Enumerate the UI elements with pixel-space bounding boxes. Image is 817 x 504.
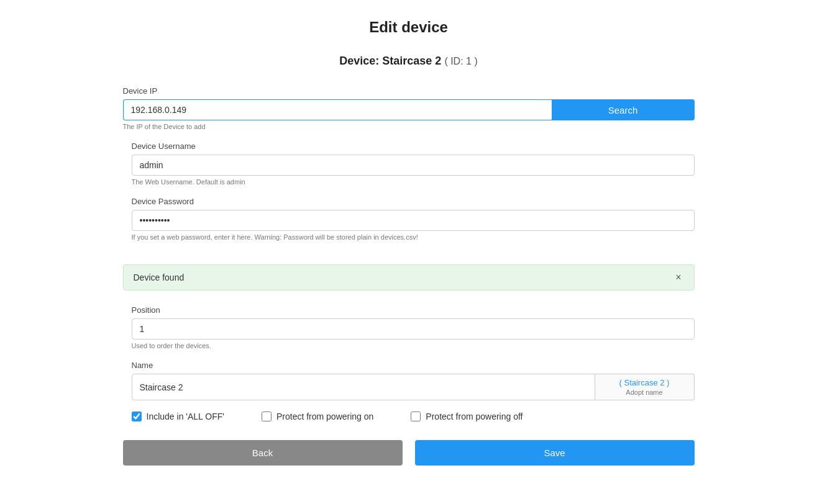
password-helper: If you set a web password, enter it here… <box>132 233 695 241</box>
page-title: Edit device <box>123 19 695 36</box>
alert-close-button[interactable]: × <box>673 272 683 282</box>
checkbox-all-off[interactable] <box>132 412 142 421</box>
password-section: Device Password If you set a web passwor… <box>123 197 695 241</box>
adopt-name-link[interactable]: ( Staircase 2 ) <box>619 378 670 387</box>
adopt-name-label: Adopt name <box>626 389 662 396</box>
name-label: Name <box>132 361 695 370</box>
device-ip-helper: The IP of the Device to add <box>123 123 695 130</box>
device-found-alert: Device found × <box>123 264 695 290</box>
password-label: Device Password <box>132 197 695 206</box>
username-helper: The Web Username. Default is admin <box>132 178 695 186</box>
position-input[interactable] <box>132 318 695 340</box>
device-ip-label: Device IP <box>123 86 695 96</box>
back-button[interactable]: Back <box>123 440 403 466</box>
username-section: Device Username admin The Web Username. … <box>123 142 695 186</box>
position-helper: Used to order the devices. <box>132 342 695 349</box>
checkbox-protect-off-item: Protect from powering off <box>411 412 523 421</box>
device-ip-input[interactable]: 192.168.0.149 <box>123 99 552 120</box>
username-input[interactable]: admin <box>132 155 695 176</box>
checkbox-protect-off-label[interactable]: Protect from powering off <box>426 412 523 421</box>
device-subtitle: Device: Staircase 2 ( ID: 1 ) <box>123 55 695 68</box>
checkbox-protect-on-item: Protect from powering on <box>262 412 373 421</box>
device-id-label: ( ID: 1 ) <box>444 56 477 66</box>
checkbox-protect-on[interactable] <box>262 412 272 421</box>
buttons-row: Back Save <box>123 440 695 466</box>
search-button[interactable]: Search <box>552 99 695 120</box>
position-label: Position <box>132 305 695 315</box>
save-button[interactable]: Save <box>415 440 695 466</box>
device-ip-section: Device IP 192.168.0.149 Search The IP of… <box>123 86 695 130</box>
checkbox-protect-off[interactable] <box>411 412 421 421</box>
name-section: Name ( Staircase 2 ) Adopt name <box>123 361 695 400</box>
checkbox-all-off-label[interactable]: Include in 'ALL OFF' <box>147 412 224 421</box>
adopt-name-box: ( Staircase 2 ) Adopt name <box>595 374 695 400</box>
device-name-label: Device: Staircase 2 <box>339 55 441 67</box>
name-input[interactable] <box>132 374 595 400</box>
checkboxes-row: Include in 'ALL OFF' Protect from poweri… <box>123 412 695 421</box>
checkbox-all-off-item: Include in 'ALL OFF' <box>132 412 224 421</box>
alert-text: Device found <box>134 272 185 282</box>
position-section: Position Used to order the devices. <box>123 305 695 349</box>
checkbox-protect-on-label[interactable]: Protect from powering on <box>276 412 373 421</box>
password-input[interactable] <box>132 210 695 231</box>
name-row: ( Staircase 2 ) Adopt name <box>132 374 695 400</box>
username-label: Device Username <box>132 142 695 151</box>
device-ip-row: 192.168.0.149 Search <box>123 99 695 120</box>
